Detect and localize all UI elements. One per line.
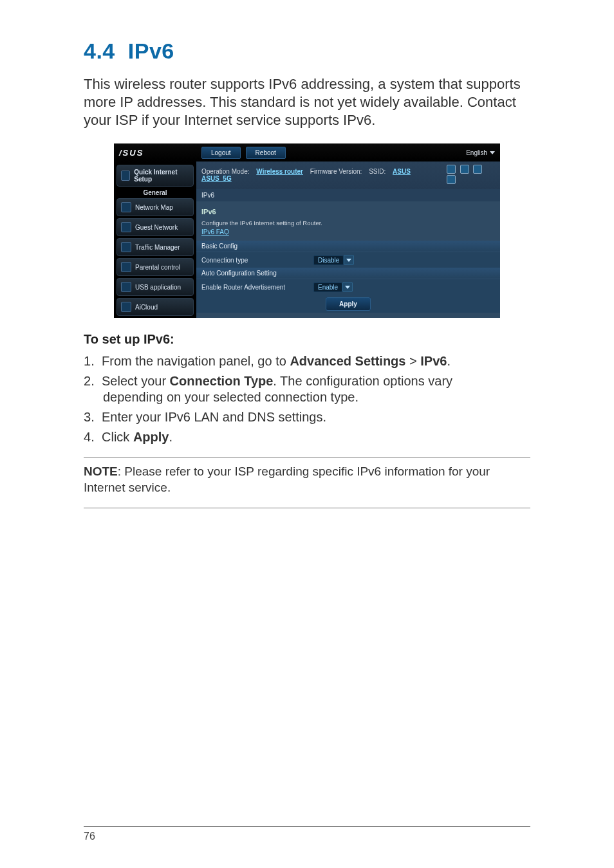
status-icon[interactable] [473,165,482,174]
step-4: Click Apply. [84,429,530,445]
divider [84,508,530,508]
quick-internet-setup[interactable]: Quick Internet Setup [116,165,194,187]
step-text: . [169,430,172,444]
qis-label: Quick Internet Setup [134,169,189,183]
wand-icon [121,171,130,181]
language-selector[interactable]: English [466,149,495,156]
traffic-icon [121,242,131,252]
sidebar-item-aicloud[interactable]: AiCloud [116,298,194,316]
panel-title: IPv6 [201,208,495,216]
divider [84,457,530,457]
router-info-bar: Operation Mode: Wireless router Firmware… [196,162,500,189]
sidebar-item-parental-control[interactable]: Parental control [116,258,194,276]
ipv6-panel: IPv6 Configure the IPv6 Internet setting… [196,201,500,241]
usb-icon [121,282,131,292]
logout-button[interactable]: Logout [201,147,241,159]
sidebar-item-label: USB application [135,284,181,291]
auto-config-band: Auto Configuration Setting [196,268,500,279]
router-adv-value: Enable [318,284,338,291]
connection-type-row: Connection type Disable [196,252,500,268]
lock-icon [121,262,131,272]
step-text: Enter your IPv6 LAN and DNS settings. [102,410,326,424]
apply-button[interactable]: Apply [326,297,371,311]
chevron-down-icon[interactable] [344,255,354,265]
sidebar-item-usb-application[interactable]: USB application [116,278,194,296]
step-1: From the navigation panel, go to Advance… [84,353,530,369]
cloud-icon [121,302,131,312]
step-text-bold: IPv6 [420,354,447,368]
step-text: . The configuration options vary [273,374,452,388]
op-mode-value[interactable]: Wireless router [256,168,303,175]
op-mode-label: Operation Mode: [201,168,250,175]
language-label: English [466,149,487,156]
step-text: > [405,354,420,368]
apply-row: Apply [196,295,500,313]
step-text-bold: Connection Type [170,374,274,388]
users-icon [121,222,131,232]
step-3: Enter your IPv6 LAN and DNS settings. [84,409,530,425]
router-topbar: /SUS Logout Reboot English [114,143,500,162]
router-adv-row: Enable Router Advertisement Enable [196,279,500,295]
step-text: . [447,354,451,368]
ipv6-faq-link[interactable]: IPv6 FAQ [201,228,229,235]
connection-type-value: Disable [318,257,339,264]
router-adv-label: Enable Router Advertisement [201,284,313,291]
setup-heading: To set up IPv6: [84,332,530,347]
section-title: IPv6 [128,39,174,63]
network-icon [121,202,131,212]
status-icon[interactable] [447,165,456,174]
step-text-bold: Advanced Settings [290,354,405,368]
step-text: From the navigation panel, go to [102,354,290,368]
ssid-label: SSID: [369,168,386,175]
status-icon[interactable] [460,165,469,174]
router-sidebar: Quick Internet Setup General Network Map… [114,162,196,318]
sidebar-item-traffic-manager[interactable]: Traffic Manager [116,238,194,256]
router-content: Operation Mode: Wireless router Firmware… [196,162,500,318]
chevron-down-icon [490,151,495,154]
reboot-button[interactable]: Reboot [246,147,286,159]
router-screenshot: /SUS Logout Reboot English Quick Interne… [114,143,500,318]
step-text-bold: Apply [133,430,169,444]
connection-type-label: Connection type [201,257,313,264]
status-icon[interactable] [447,175,456,184]
panel-description: Configure the IPv6 Internet setting of R… [201,219,495,226]
sidebar-item-label: Guest Network [135,224,178,231]
note-label: NOTE [84,465,118,478]
section-heading: 4.4IPv6 [84,39,530,64]
step-text: Select your [102,374,170,388]
page-number: 76 [84,826,530,842]
chevron-down-icon[interactable] [342,282,353,292]
sidebar-item-guest-network[interactable]: Guest Network [116,218,194,236]
steps-list: From the navigation panel, go to Advance… [84,353,530,445]
note-paragraph: NOTE: Please refer to your ISP regarding… [84,464,530,495]
router-adv-select[interactable]: Enable [313,282,342,292]
sidebar-item-network-map[interactable]: Network Map [116,198,194,216]
step-2: Select your Connection Type. The configu… [84,373,530,405]
sidebar-general-label: General [114,189,196,196]
sidebar-item-label: AiCloud [135,304,158,311]
sidebar-item-label: Traffic Manager [135,244,180,251]
connection-type-select[interactable]: Disable [313,255,344,265]
basic-config-band: Basic Config [196,241,500,252]
intro-paragraph: This wireless router supports IPv6 addre… [84,75,530,129]
asus-logo: /SUS [119,148,196,158]
step-text: Click [102,430,133,444]
breadcrumb: IPv6 [196,189,500,201]
sidebar-item-label: Network Map [135,204,173,211]
sidebar-item-label: Parental control [135,264,180,271]
step-text-cont: depending on your selected connection ty… [102,389,530,405]
fw-version-label: Firmware Version: [310,168,362,175]
section-number: 4.4 [84,39,115,63]
note-text: : Please refer to your ISP regarding spe… [84,465,490,494]
